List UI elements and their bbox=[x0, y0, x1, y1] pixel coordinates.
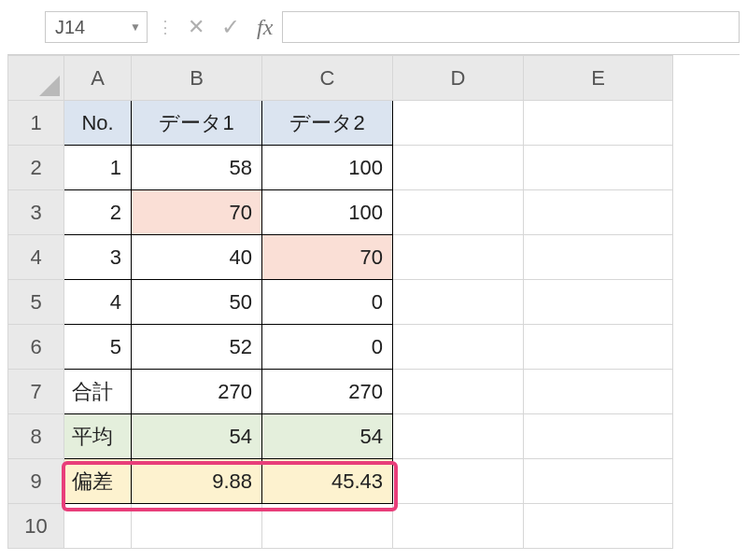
row-header[interactable]: 7 bbox=[8, 370, 64, 414]
cell[interactable]: 2 bbox=[64, 190, 132, 235]
cell[interactable]: 合計 bbox=[64, 370, 132, 414]
cell[interactable]: 9.88 bbox=[132, 459, 262, 504]
table-row: 2 1 58 100 bbox=[8, 146, 673, 190]
select-all-corner[interactable] bbox=[8, 56, 64, 101]
cell[interactable]: 偏差 bbox=[64, 459, 132, 504]
cell[interactable]: 平均 bbox=[64, 414, 132, 459]
cell[interactable] bbox=[393, 146, 524, 190]
cell[interactable]: 270 bbox=[132, 370, 262, 414]
cell[interactable]: 100 bbox=[262, 190, 393, 235]
row-header[interactable]: 10 bbox=[8, 504, 64, 549]
cell[interactable]: 40 bbox=[132, 235, 262, 280]
cell[interactable] bbox=[64, 504, 132, 549]
col-header-A[interactable]: A bbox=[64, 56, 132, 101]
formula-bar: J14 ▼ ⋮ ✕ ✓ fx bbox=[7, 7, 740, 55]
confirm-icon[interactable]: ✓ bbox=[221, 14, 240, 40]
cell[interactable] bbox=[132, 504, 262, 549]
formula-input[interactable] bbox=[282, 11, 740, 43]
cell[interactable] bbox=[524, 325, 673, 370]
worksheet-grid[interactable]: A B C D E 1 No. データ1 データ2 2 1 58 100 bbox=[7, 55, 740, 549]
table-row: 5 4 50 0 bbox=[8, 280, 673, 325]
col-header-E[interactable]: E bbox=[524, 56, 673, 101]
fx-icon[interactable]: fx bbox=[257, 15, 273, 40]
cell[interactable]: 0 bbox=[262, 280, 393, 325]
row-header[interactable]: 8 bbox=[8, 414, 64, 459]
table-row: 8 平均 54 54 bbox=[8, 414, 673, 459]
table-row: 10 bbox=[8, 504, 673, 549]
cell[interactable]: 3 bbox=[64, 235, 132, 280]
cell[interactable] bbox=[262, 504, 393, 549]
cell[interactable]: 50 bbox=[132, 280, 262, 325]
table-row: 6 5 52 0 bbox=[8, 325, 673, 370]
cell[interactable]: 100 bbox=[262, 146, 393, 190]
cell[interactable] bbox=[393, 370, 524, 414]
cell[interactable] bbox=[524, 235, 673, 280]
cell[interactable]: データ2 bbox=[262, 101, 393, 146]
table-row: 7 合計 270 270 bbox=[8, 370, 673, 414]
cell[interactable]: データ1 bbox=[132, 101, 262, 146]
cell[interactable] bbox=[524, 101, 673, 146]
table-row: 3 2 70 100 bbox=[8, 190, 673, 235]
cell[interactable] bbox=[393, 235, 524, 280]
row-header[interactable]: 3 bbox=[8, 190, 64, 235]
spreadsheet-window: J14 ▼ ⋮ ✕ ✓ fx A B C D E 1 No. bbox=[0, 0, 747, 560]
table-row: 4 3 40 70 bbox=[8, 235, 673, 280]
drag-handle-icon: ⋮ bbox=[157, 17, 171, 37]
name-box[interactable]: J14 ▼ bbox=[45, 11, 148, 43]
cell[interactable]: 45.43 bbox=[262, 459, 393, 504]
table-row: 1 No. データ1 データ2 bbox=[8, 101, 673, 146]
row-header[interactable]: 2 bbox=[8, 146, 64, 190]
cancel-icon[interactable]: ✕ bbox=[188, 15, 204, 39]
cell[interactable] bbox=[393, 280, 524, 325]
cell[interactable]: No. bbox=[64, 101, 132, 146]
cell[interactable]: 4 bbox=[64, 280, 132, 325]
row-header[interactable]: 6 bbox=[8, 325, 64, 370]
cell[interactable] bbox=[524, 414, 673, 459]
row-header[interactable]: 4 bbox=[8, 235, 64, 280]
cell[interactable] bbox=[393, 325, 524, 370]
cell[interactable] bbox=[393, 459, 524, 504]
cell[interactable]: 5 bbox=[64, 325, 132, 370]
cell[interactable] bbox=[524, 146, 673, 190]
row-header[interactable]: 5 bbox=[8, 280, 64, 325]
column-header-row: A B C D E bbox=[8, 56, 673, 101]
cell[interactable]: 70 bbox=[132, 190, 262, 235]
chevron-down-icon[interactable]: ▼ bbox=[130, 21, 141, 34]
row-header[interactable]: 9 bbox=[8, 459, 64, 504]
cell[interactable]: 54 bbox=[262, 414, 393, 459]
cell[interactable]: 1 bbox=[64, 146, 132, 190]
cell[interactable] bbox=[393, 190, 524, 235]
cell[interactable]: 70 bbox=[262, 235, 393, 280]
cell[interactable] bbox=[524, 370, 673, 414]
cell[interactable]: 270 bbox=[262, 370, 393, 414]
cell[interactable]: 54 bbox=[132, 414, 262, 459]
row-header[interactable]: 1 bbox=[8, 101, 64, 146]
formula-controls: ⋮ ✕ ✓ fx bbox=[157, 14, 273, 40]
table-row: 9 偏差 9.88 45.43 bbox=[8, 459, 673, 504]
cell[interactable] bbox=[393, 414, 524, 459]
cell[interactable] bbox=[524, 504, 673, 549]
cell[interactable]: 52 bbox=[132, 325, 262, 370]
name-box-value: J14 bbox=[55, 17, 85, 38]
cell[interactable] bbox=[393, 101, 524, 146]
cell[interactable] bbox=[393, 504, 524, 549]
cell[interactable] bbox=[524, 280, 673, 325]
col-header-D[interactable]: D bbox=[393, 56, 524, 101]
cell[interactable] bbox=[524, 459, 673, 504]
cell[interactable] bbox=[524, 190, 673, 235]
cell[interactable]: 0 bbox=[262, 325, 393, 370]
cell[interactable]: 58 bbox=[132, 146, 262, 190]
col-header-B[interactable]: B bbox=[132, 56, 262, 101]
col-header-C[interactable]: C bbox=[262, 56, 393, 101]
